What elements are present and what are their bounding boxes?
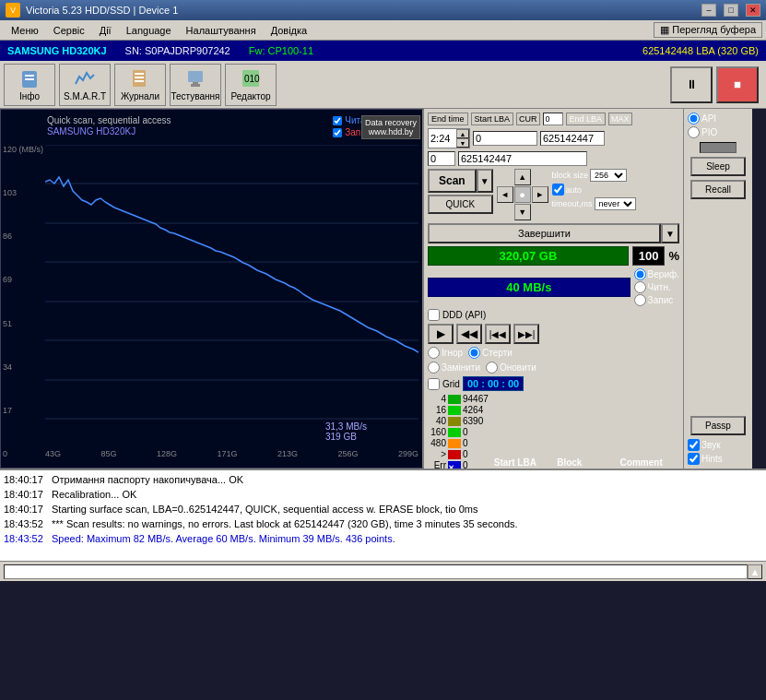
play-button[interactable]: ▶ bbox=[428, 324, 454, 344]
erase-radio[interactable] bbox=[468, 347, 480, 359]
verify-radio[interactable] bbox=[634, 268, 646, 280]
api-radio[interactable] bbox=[688, 113, 700, 125]
ignore-radio[interactable] bbox=[428, 347, 440, 359]
read-radio-label[interactable]: Читн. bbox=[634, 281, 679, 293]
skip-start-button[interactable]: ▶▶| bbox=[513, 324, 539, 344]
block-col-header: Block bbox=[557, 457, 616, 468]
journals-button[interactable]: Журнали bbox=[114, 64, 166, 106]
svg-rect-2 bbox=[25, 78, 34, 80]
replace-radio-label[interactable]: Замінити bbox=[428, 362, 480, 374]
start-lba-input[interactable] bbox=[473, 131, 537, 146]
bar-16-count: 4264 bbox=[463, 405, 483, 415]
recall-button[interactable]: Recall bbox=[690, 180, 746, 199]
api-radio-label[interactable]: API bbox=[688, 113, 748, 125]
svg-rect-4 bbox=[135, 73, 144, 75]
bar-160-color bbox=[448, 428, 461, 437]
hints-checkbox[interactable] bbox=[688, 453, 700, 465]
title-bar: V Victoria 5.23 HDD/SSD | Device 1 – □ ✕ bbox=[0, 0, 766, 20]
scroll-up-button[interactable]: ▲ bbox=[748, 564, 762, 579]
time-up-button[interactable]: ▲ bbox=[456, 129, 469, 138]
nav-right-button[interactable]: ► bbox=[532, 186, 548, 203]
bottom-checkboxes: Звук Hints bbox=[688, 439, 748, 465]
grid-checkbox[interactable] bbox=[428, 378, 440, 390]
bar-err-color: ✕ bbox=[448, 461, 461, 469]
scan-nav-row: Scan ▼ QUICK ▲ ◄ ● ► ▼ bbox=[428, 169, 679, 220]
nav-down-button[interactable]: ▼ bbox=[514, 204, 531, 220]
cur2-input[interactable] bbox=[428, 151, 455, 166]
scan-dropdown-button[interactable]: ▼ bbox=[477, 169, 493, 193]
lba-values-row: ▲ ▼ bbox=[428, 128, 679, 148]
erase-radio-label[interactable]: Стерти bbox=[468, 347, 513, 359]
menu-language[interactable]: Language bbox=[119, 23, 179, 38]
end-lba-input[interactable] bbox=[540, 131, 605, 146]
menu-settings[interactable]: Налаштування bbox=[179, 23, 264, 38]
close-button[interactable]: ✕ bbox=[746, 4, 760, 17]
passp-button[interactable]: Passp bbox=[690, 416, 746, 435]
scan-button[interactable]: Scan bbox=[428, 169, 477, 193]
finish-dropdown-button[interactable]: ▼ bbox=[661, 223, 679, 243]
bar-40: 40 6390 bbox=[428, 416, 489, 426]
log-line-0: 18:40:17 Отримання паспорту накопичувача… bbox=[4, 472, 762, 487]
grid-row: Grid 00 : 00 : 00 bbox=[428, 376, 679, 391]
control-panel: End time Start LBA CUR End LBA MAX ▲ ▼ bbox=[424, 109, 683, 469]
replace-radio[interactable] bbox=[428, 362, 440, 374]
buffer-view-button[interactable]: ▦ Перегляд буфера bbox=[654, 22, 762, 38]
menu-actions[interactable]: Дії bbox=[92, 23, 119, 38]
ddd-api-checkbox[interactable] bbox=[428, 309, 440, 321]
bar-list: 4 94467 16 4264 40 6390 160 0 bbox=[428, 394, 489, 469]
auto-checkbox[interactable] bbox=[552, 184, 564, 196]
nav-up-button[interactable]: ▲ bbox=[514, 169, 531, 185]
write-checkbox[interactable] bbox=[333, 128, 342, 137]
app-icon: V bbox=[6, 3, 20, 18]
sound-checkbox-label[interactable]: Звук bbox=[688, 439, 748, 451]
stop-button[interactable]: ■ bbox=[716, 66, 759, 103]
nav-left-button[interactable]: ◄ bbox=[497, 186, 513, 203]
end-time-input[interactable] bbox=[429, 132, 456, 145]
smart-button[interactable]: S.M.A.R.T bbox=[59, 64, 111, 106]
sound-checkbox[interactable] bbox=[688, 439, 700, 451]
max-label: MAX bbox=[608, 113, 632, 125]
write-radio[interactable] bbox=[634, 294, 646, 306]
time-down-button[interactable]: ▼ bbox=[456, 138, 469, 148]
read-checkbox[interactable] bbox=[333, 116, 342, 125]
log-line-4: 18:43:52 Speed: Maximum 82 MB/s. Average… bbox=[4, 531, 762, 546]
pause-icon: ⏸ bbox=[686, 77, 698, 91]
test-button[interactable]: Тестування bbox=[170, 64, 221, 106]
update-radio[interactable] bbox=[486, 362, 498, 374]
pause-button[interactable]: ⏸ bbox=[670, 66, 713, 103]
editor-button[interactable]: 010 Редактор bbox=[225, 64, 277, 106]
end-lba-label: End LBA bbox=[566, 113, 607, 125]
pio-radio-label[interactable]: PIO bbox=[688, 126, 748, 138]
bar-40-count: 6390 bbox=[463, 416, 483, 426]
skip-end-button[interactable]: |◀◀ bbox=[485, 324, 511, 344]
block-size-select[interactable]: 2565121024 bbox=[590, 169, 627, 182]
timeout-select[interactable]: never100200 bbox=[595, 197, 636, 210]
sleep-button[interactable]: Sleep bbox=[690, 157, 746, 176]
device-lba: 625142448 LBA (320 GB) bbox=[642, 45, 759, 56]
chart-title: Quick scan, sequential access bbox=[47, 115, 171, 125]
hints-checkbox-label[interactable]: Hints bbox=[688, 453, 748, 465]
minimize-button[interactable]: – bbox=[701, 4, 716, 17]
update-radio-label[interactable]: Оновити bbox=[486, 362, 536, 374]
menu-service[interactable]: Сервіс bbox=[46, 23, 92, 38]
cur-input[interactable] bbox=[543, 113, 563, 125]
ignore-radio-label[interactable]: Ігнор bbox=[428, 347, 463, 359]
verify-radio-label[interactable]: Вериф. bbox=[634, 268, 679, 280]
menu-menu[interactable]: Меню bbox=[4, 23, 46, 38]
bar-4-color bbox=[448, 395, 461, 404]
finish-button[interactable]: Завершити bbox=[428, 223, 661, 243]
menu-help[interactable]: Довідка bbox=[264, 23, 315, 38]
quick-button[interactable]: QUICK bbox=[428, 195, 493, 214]
scan-speed: 31,3 MB/s 319 GB bbox=[325, 421, 367, 442]
end-lba2-input[interactable] bbox=[458, 151, 587, 166]
test-icon bbox=[184, 67, 206, 89]
rewind-button[interactable]: ◀◀ bbox=[456, 324, 482, 344]
far-right-panel: API PIO Sleep Recall Passp Звук Hints bbox=[683, 109, 752, 469]
journals-icon bbox=[129, 67, 151, 89]
read-radio[interactable] bbox=[634, 281, 646, 293]
info-button[interactable]: Інфо bbox=[4, 64, 55, 106]
maximize-button[interactable]: □ bbox=[724, 4, 738, 17]
log-line-1: 18:40:17 Recalibration... OK bbox=[4, 487, 762, 502]
write-radio-label[interactable]: Запис bbox=[634, 294, 679, 306]
pio-radio[interactable] bbox=[688, 126, 700, 138]
